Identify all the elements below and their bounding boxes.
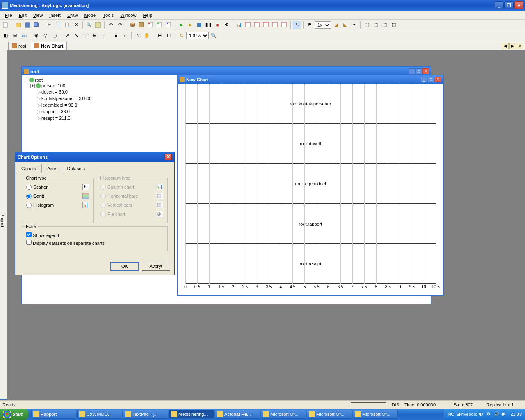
inspect1-icon[interactable] xyxy=(244,21,252,29)
pause-icon[interactable]: ❚❚ xyxy=(204,21,212,29)
redo-icon[interactable]: ↷ xyxy=(116,21,124,29)
chart-win-close-icon[interactable]: ✕ xyxy=(435,77,441,82)
panel3-icon[interactable] xyxy=(164,21,173,29)
text-abc-icon[interactable]: abc xyxy=(20,32,28,40)
inspect4-icon[interactable] xyxy=(271,21,279,29)
flag-icon[interactable]: ⚑ xyxy=(306,21,314,29)
check-show-legend[interactable]: Show legend xyxy=(26,232,59,238)
tray-icon-1[interactable]: ◐ xyxy=(479,411,485,417)
panel2-icon[interactable] xyxy=(155,21,164,29)
fx-icon[interactable]: fx xyxy=(90,32,98,40)
node1-icon[interactable]: ◉ xyxy=(32,32,41,40)
delete-icon[interactable]: ✕ xyxy=(72,21,80,29)
box-icon[interactable]: 📦 xyxy=(128,21,137,29)
tray-desktop[interactable]: Skrivebord xyxy=(456,412,478,417)
conn3-icon[interactable]: ⬚ xyxy=(81,32,89,40)
dialog-close-icon[interactable]: ✕ xyxy=(164,154,172,160)
tray-lang[interactable]: NO xyxy=(447,412,454,417)
tree-item-person[interactable]: person: 100 xyxy=(41,83,65,88)
dialog-tab-axes[interactable]: Axes xyxy=(43,164,62,173)
tab-new-chart[interactable]: New Chart xyxy=(31,42,67,50)
open-icon[interactable] xyxy=(14,21,23,29)
event2-icon[interactable]: ○ xyxy=(121,32,129,40)
menu-help[interactable]: Help xyxy=(139,12,155,18)
tool1-icon[interactable]: ✦ xyxy=(350,21,358,29)
tray-volume-icon[interactable]: 🔊 xyxy=(494,411,500,417)
save-all-icon[interactable] xyxy=(32,21,41,29)
node2-icon[interactable]: ◎ xyxy=(41,32,50,40)
radio-histogram[interactable]: Histogram xyxy=(26,203,54,208)
tab-root[interactable]: root xyxy=(8,42,30,50)
dialog-tab-general[interactable]: General xyxy=(17,164,42,173)
rewind-icon[interactable]: ⟲ xyxy=(222,21,231,29)
menu-file[interactable]: File xyxy=(2,12,16,18)
run-fast-icon[interactable]: ▶ xyxy=(186,21,194,29)
tree-item-rapport[interactable]: rapport = 36.0 xyxy=(41,109,70,114)
tray-clock[interactable]: 21:33 xyxy=(510,412,522,417)
cancel-button[interactable]: Avbryt xyxy=(142,262,170,271)
replace-icon[interactable] xyxy=(94,21,102,29)
paste-icon[interactable]: 📋 xyxy=(63,21,71,29)
node3-icon[interactable]: ▢ xyxy=(50,32,59,40)
taskbar-button[interactable]: C:\WINDO... xyxy=(77,410,122,419)
menu-edit[interactable]: Edit xyxy=(16,12,30,18)
find-icon[interactable]: 🔍 xyxy=(85,21,93,29)
menu-insert[interactable]: Insert xyxy=(46,12,64,18)
taskbar-button[interactable]: Microsoft Of... xyxy=(353,410,398,419)
tab-next-icon[interactable]: ▶ xyxy=(509,43,516,49)
conn1-icon[interactable]: ↗ xyxy=(63,32,71,40)
run-icon[interactable]: ▶ xyxy=(177,21,185,29)
hand-icon[interactable]: ✋ xyxy=(143,32,151,40)
tree-root-label[interactable]: root xyxy=(35,78,43,82)
tree-collapse-icon[interactable]: − xyxy=(24,78,28,82)
taskbar-button[interactable]: Rapport xyxy=(31,410,76,419)
inspect2-icon[interactable] xyxy=(253,21,261,29)
sidebar-project[interactable]: Project xyxy=(0,41,7,399)
pointer-icon[interactable]: ↖ xyxy=(293,21,301,29)
event1-icon[interactable]: ● xyxy=(112,32,120,40)
refresh-icon[interactable]: ↻ xyxy=(177,32,185,40)
dialog-tab-datasets[interactable]: Datasets xyxy=(63,164,89,173)
inspect5-icon[interactable] xyxy=(280,21,288,29)
copy-icon[interactable]: 📄 xyxy=(54,21,62,29)
start-button[interactable]: Start xyxy=(0,409,28,420)
root-win-close-icon[interactable]: ✕ xyxy=(422,68,429,74)
build-icon[interactable] xyxy=(137,21,146,29)
chart-window-titlebar[interactable]: New Chart _ □ ✕ xyxy=(178,75,443,84)
menu-model[interactable]: Model xyxy=(81,12,100,18)
taskbar-button[interactable]: Microsoft Of... xyxy=(261,410,306,419)
tree-item-kontaktpersoner[interactable]: kontaktpersoner = 318.0 xyxy=(41,96,90,101)
tree-item-legemiddel[interactable]: legemiddel = 90.0 xyxy=(41,103,77,107)
root-win-max-icon[interactable]: □ xyxy=(415,68,422,74)
taskbar-button[interactable]: TextPad - [... xyxy=(123,410,168,419)
tool3-icon[interactable]: ⬚ xyxy=(372,21,380,29)
speed-combo[interactable]: 1x xyxy=(315,21,331,29)
tree-expand-icon[interactable]: + xyxy=(30,84,35,88)
grid-icon[interactable]: ⊞ xyxy=(155,32,164,40)
cut-icon[interactable]: ✂ xyxy=(45,21,53,29)
radio-gantt[interactable]: Gantt xyxy=(26,194,44,199)
menu-view[interactable]: View xyxy=(30,12,46,18)
ok-button[interactable]: OK xyxy=(110,262,139,271)
snap-icon[interactable]: ⊡ xyxy=(164,32,173,40)
fast-icon[interactable]: ◣ xyxy=(341,21,349,29)
chart-icon[interactable]: 📊 xyxy=(235,21,243,29)
menu-draw[interactable]: Draw xyxy=(64,12,81,18)
slow-icon[interactable]: ◢ xyxy=(332,21,340,29)
maximize-button[interactable]: ❐ xyxy=(504,1,514,9)
stop-icon[interactable]: ■ xyxy=(213,21,221,29)
tray-icon-3[interactable]: ◉ xyxy=(501,411,507,417)
new-icon[interactable] xyxy=(2,21,10,29)
taskbar-button[interactable]: Acrobat Re... xyxy=(215,410,260,419)
root-win-min-icon[interactable]: _ xyxy=(409,68,415,74)
step-icon[interactable] xyxy=(195,21,203,29)
tray-icon-2[interactable]: ⚙ xyxy=(486,411,492,417)
inspect3-icon[interactable] xyxy=(262,21,270,29)
save-icon[interactable] xyxy=(23,21,32,29)
dialog-titlebar[interactable]: Chart Options ✕ xyxy=(15,152,174,162)
mail-icon[interactable]: ✉ xyxy=(11,32,19,40)
conn4-icon[interactable]: ⬚ xyxy=(99,32,107,40)
tool2-icon[interactable]: ⬚ xyxy=(363,21,371,29)
tree-item-resept[interactable]: resept = 211.0 xyxy=(41,116,71,121)
menu-tools[interactable]: Tools xyxy=(100,12,117,18)
